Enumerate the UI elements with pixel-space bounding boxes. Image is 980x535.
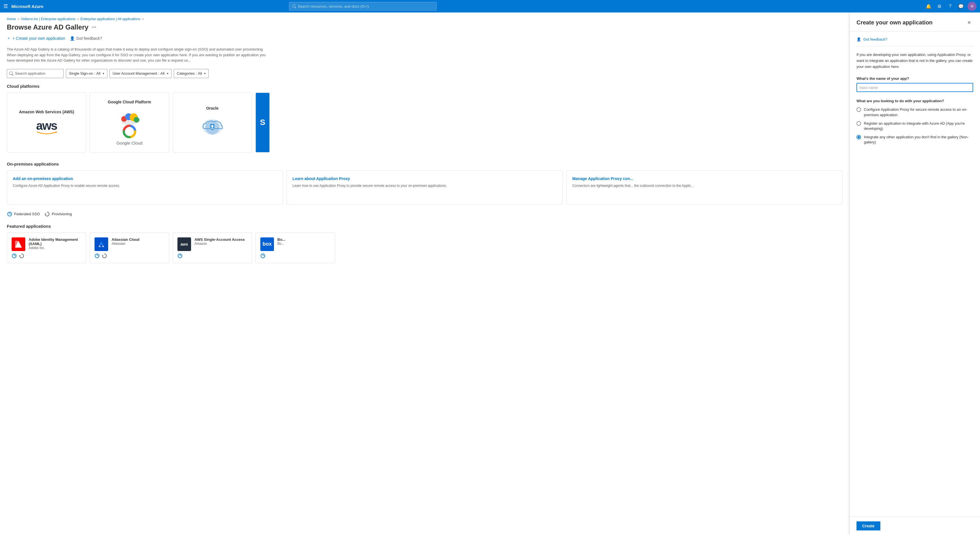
adobe-app-name: Adobe Identity Management (SAML) [29, 237, 81, 246]
categories-filter-value: All [198, 71, 202, 76]
panel-close-button[interactable]: ✕ [965, 18, 973, 27]
salesforce-partial-card[interactable]: S [256, 92, 270, 153]
panel-header: Create your own application ✕ [850, 13, 980, 32]
panel-footer: Create [850, 516, 980, 535]
feedback-button[interactable]: 👤 Got feedback? [70, 35, 102, 42]
federated-sso-legend: Federated SSO [7, 211, 40, 217]
iam-filter[interactable]: User Account Management : All ▾ [110, 69, 172, 78]
aws-single-account-company: Amazon [194, 242, 247, 246]
app-search-icon [10, 72, 13, 76]
create-own-app-button[interactable]: ＋ + Create your own application [7, 35, 65, 42]
nav-icons-group: 🔔 ⚙ ? 💬 U [924, 2, 977, 11]
iam-filter-label: User Account Management [113, 71, 157, 76]
radio-nongallery-label: Integrate any other application you don'… [864, 135, 973, 145]
sso-filter-label: Single Sign-on [69, 71, 93, 76]
atlassian-provisioning-icon [102, 253, 107, 258]
panel-description-text: If you are developing your own applicati… [856, 52, 973, 70]
provisioning-legend: Provisioning [44, 211, 72, 217]
page-options-dots[interactable]: ··· [92, 24, 96, 30]
breadcrumb-sep-2: > [77, 18, 79, 21]
add-on-premises-card[interactable]: Add an on-premises application Configure… [7, 170, 283, 204]
manage-proxy-card[interactable]: Manage Application Proxy con... Connecto… [566, 170, 843, 204]
google-cloud-card-title: Google Cloud Platform [108, 100, 151, 104]
atlassian-app-name: Atlassian Cloud [111, 237, 164, 242]
learn-proxy-card[interactable]: Learn about Application Proxy Learn how … [286, 170, 563, 204]
breadcrumb-enterprise-apps[interactable]: Enterprise applications | All applicatio… [81, 17, 140, 21]
panel-title-text: Create your own application [856, 19, 932, 26]
categories-filter[interactable]: Categories : All ▾ [174, 69, 209, 78]
panel-feedback-link[interactable]: 👤 Got feedback? [856, 37, 973, 46]
add-on-premises-desc: Configure Azure AD Application Proxy to … [13, 183, 277, 188]
learn-proxy-desc: Learn how to use Application Proxy to pr… [293, 183, 557, 188]
feedback-person-icon: 👤 [856, 37, 861, 41]
settings-icon[interactable]: ⚙ [935, 2, 943, 11]
create-app-panel: Create your own application ✕ 👤 Got feed… [850, 13, 980, 535]
adobe-provisioning-icon [19, 253, 24, 258]
app-search-box[interactable] [7, 69, 64, 78]
global-search-input[interactable] [298, 4, 433, 8]
content-area: Home > Volterra Inc | Enterprise applica… [0, 13, 850, 535]
aws-card-title: Amazon Web Services (AWS) [19, 110, 74, 114]
search-icon [292, 4, 296, 8]
on-premises-section: On-premises applications Add an on-premi… [7, 162, 843, 204]
sso-filter-value: All [96, 71, 100, 76]
google-cloud-platform-card[interactable]: Google Cloud Platform [90, 92, 169, 153]
learn-proxy-title: Learn about Application Proxy [293, 176, 557, 181]
purpose-question: What are you looking to do with your app… [856, 99, 973, 103]
create-icon: ＋ [7, 36, 11, 41]
create-app-button[interactable]: Create [856, 521, 880, 530]
box-logo: box [260, 237, 274, 251]
breadcrumb-home[interactable]: Home [7, 17, 16, 21]
oracle-card-title: Oracle [206, 106, 219, 110]
sso-filter[interactable]: Single Sign-on : All ▾ [66, 69, 107, 78]
aws-single-account-card[interactable]: aws AWS Single-Account Access Amazon [173, 232, 252, 263]
adobe-logo [12, 237, 25, 251]
page-title-row: Browse Azure AD Gallery ··· [7, 23, 843, 31]
breadcrumb-sep-1: > [18, 18, 19, 21]
atlassian-app-card[interactable]: Atlassian Cloud Atlassian [90, 232, 169, 263]
categories-filter-chevron: ▾ [204, 72, 205, 75]
federated-sso-icon [7, 211, 13, 217]
main-container: Home > Volterra Inc | Enterprise applica… [0, 13, 980, 535]
provisioning-label: Provisioning [52, 212, 72, 216]
help-icon[interactable]: ? [946, 2, 955, 11]
radio-proxy-circle [856, 107, 861, 112]
box-app-card[interactable]: box Bo... Bo... [256, 232, 335, 263]
oracle-platform-card[interactable]: Oracle [173, 92, 252, 153]
radio-register-app[interactable]: Register an application to integrate wit… [856, 121, 973, 131]
sso-filter-chevron: ▾ [103, 72, 104, 75]
aws-platform-card[interactable]: Amazon Web Services (AWS) aws [7, 92, 86, 153]
action-bar: ＋ + Create your own application 👤 Got fe… [7, 35, 843, 42]
radio-integrate-nongallery[interactable]: Integrate any other application you don'… [856, 135, 973, 145]
feedback-person-icon: 👤 [70, 36, 75, 41]
atlassian-federated-icon [94, 253, 100, 258]
iam-filter-chevron: ▾ [167, 72, 169, 75]
feedback-icon[interactable]: 💬 [957, 2, 965, 11]
app-name-input[interactable] [856, 83, 973, 92]
user-avatar[interactable]: U [967, 2, 977, 11]
breadcrumb-volterra[interactable]: Volterra Inc | Enterprise applications [21, 17, 75, 21]
aws-logo: aws [35, 120, 58, 135]
page-title-text: Browse Azure AD Gallery [7, 23, 89, 31]
adobe-app-card[interactable]: Adobe Identity Management (SAML) Adobe I… [7, 232, 86, 263]
radio-register-label: Register an application to integrate wit… [864, 121, 973, 131]
breadcrumb-sep-3: > [142, 18, 144, 21]
atlassian-logo [94, 237, 108, 251]
radio-nongallery-circle [856, 135, 861, 139]
legend-row: Federated SSO Provisioning [7, 211, 843, 217]
on-premises-grid: Add an on-premises application Configure… [7, 170, 843, 204]
cloud-platforms-header: Cloud platforms [7, 84, 843, 89]
radio-proxy-label: Configure Application Proxy for secure r… [864, 107, 973, 117]
featured-apps-header: Featured applications [7, 224, 843, 229]
hamburger-menu[interactable]: ☰ [3, 3, 8, 10]
notifications-icon[interactable]: 🔔 [924, 2, 933, 11]
adobe-app-company: Adobe Inc. [29, 246, 81, 250]
oracle-cloud-svg [200, 116, 225, 139]
radio-configure-proxy[interactable]: Configure Application Proxy for secure r… [856, 107, 973, 117]
app-search-input[interactable] [15, 71, 63, 76]
aws-small-logo: aws [177, 237, 191, 251]
featured-apps-grid: Adobe Identity Management (SAML) Adobe I… [7, 232, 843, 263]
global-search-box[interactable] [289, 2, 437, 11]
svg-point-8 [134, 117, 139, 123]
purpose-radio-group: Configure Application Proxy for secure r… [856, 107, 973, 145]
